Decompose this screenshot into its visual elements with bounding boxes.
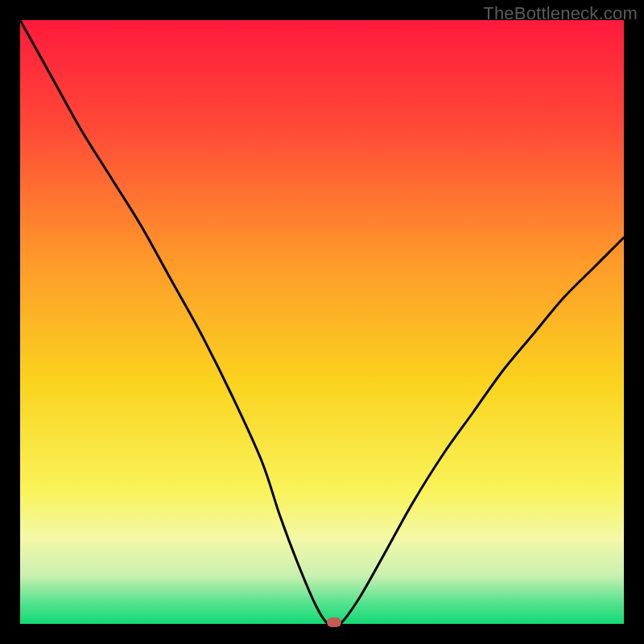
chart-frame: TheBottleneck.com — [0, 0, 644, 644]
chart-svg — [20, 20, 624, 624]
plot-area — [20, 20, 624, 624]
selected-point-marker — [327, 617, 341, 627]
gradient-background — [20, 20, 624, 624]
